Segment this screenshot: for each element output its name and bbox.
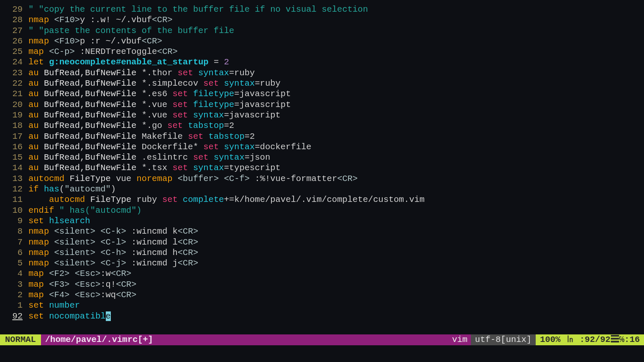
code-content[interactable]: au BufRead,BufNewFile Makefile set tabst… bbox=[28, 131, 644, 142]
line-number: 16 bbox=[6, 142, 23, 152]
code-line[interactable]: 26nmap <F10>p :r ~/.vbuf<CR> bbox=[6, 36, 644, 46]
line-number: 14 bbox=[6, 163, 23, 173]
code-line[interactable]: 17au BufRead,BufNewFile Makefile set tab… bbox=[6, 131, 644, 142]
mode-indicator: NORMAL bbox=[0, 334, 41, 345]
encoding-indicator: utf-8[unix] bbox=[471, 334, 536, 345]
code-line[interactable]: 8nmap <silent> <C-k> :wincmd k<CR> bbox=[6, 226, 644, 237]
code-content[interactable]: map <C-p> :NERDTreeToggle<CR> bbox=[28, 46, 644, 57]
code-line[interactable]: 25map <C-p> :NERDTreeToggle<CR> bbox=[6, 46, 644, 57]
editor-area[interactable]: 29" "copy the current line to the buffer… bbox=[0, 0, 644, 321]
status-line: NORMAL /home/pavel/.vimrc[+] vim utf-8[u… bbox=[0, 334, 644, 345]
code-line[interactable]: 7nmap <silent> <C-l> :wincmd l<CR> bbox=[6, 237, 644, 247]
file-path: /home/pavel/.vimrc[+] bbox=[43, 334, 449, 345]
line-number: 23 bbox=[6, 68, 23, 78]
line-number: 21 bbox=[6, 89, 23, 99]
code-line[interactable]: 18au BufRead,BufNewFile *.go set tabstop… bbox=[6, 120, 644, 131]
code-line[interactable]: 6nmap <silent> <C-h> :wincmd h<CR> bbox=[6, 247, 644, 258]
line-number: 25 bbox=[6, 46, 23, 57]
code-content[interactable]: au BufRead,BufNewFile *.vue set syntax=j… bbox=[28, 110, 644, 120]
code-content[interactable]: set number bbox=[28, 300, 644, 311]
line-number: 13 bbox=[6, 173, 23, 184]
code-line[interactable]: 28nmap <F10>y :.w! ~/.vbuf<CR> bbox=[6, 15, 644, 25]
code-line[interactable]: 23au BufRead,BufNewFile *.thor set synta… bbox=[6, 68, 644, 78]
line-number: 29 bbox=[6, 4, 23, 15]
code-line[interactable]: 13autocmd FileType vue noremap <buffer> … bbox=[6, 173, 644, 184]
line-number: 26 bbox=[6, 36, 23, 46]
code-line[interactable]: 3map <F3> <Esc>:q!<CR> bbox=[6, 279, 644, 290]
line-number: 17 bbox=[6, 131, 23, 142]
filetype-indicator: vim bbox=[449, 334, 471, 345]
line-number: 12 bbox=[6, 184, 23, 194]
code-content[interactable]: au BufRead,BufNewFile *.tsx set syntax=t… bbox=[28, 163, 644, 173]
code-content[interactable]: au BufRead,BufNewFile *.es6 set filetype… bbox=[28, 89, 644, 99]
line-number: 8 bbox=[6, 226, 23, 237]
line-number: 22 bbox=[6, 78, 23, 89]
line-number: 9 bbox=[6, 216, 23, 226]
code-content[interactable]: nmap <F10>p :r ~/.vbuf<CR> bbox=[28, 36, 644, 46]
line-number: 7 bbox=[6, 237, 23, 247]
code-line[interactable]: 10endif " has("autocmd") bbox=[6, 205, 644, 216]
line-number: 1 bbox=[6, 300, 23, 311]
line-number: 24 bbox=[6, 57, 23, 67]
code-line[interactable]: 9set hlsearch bbox=[6, 216, 644, 226]
code-line[interactable]: 14au BufRead,BufNewFile *.tsx set syntax… bbox=[6, 163, 644, 173]
code-content[interactable]: au BufRead,BufNewFile *.simplecov set sy… bbox=[28, 78, 644, 89]
code-line[interactable]: 27" "paste the contents of the buffer fi… bbox=[6, 25, 644, 36]
code-line[interactable]: 16au BufRead,BufNewFile Dockerfile* set … bbox=[6, 142, 644, 152]
code-content[interactable]: " "paste the contents of the buffer file bbox=[28, 25, 644, 36]
code-line[interactable]: 5nmap <silent> <C-j> :wincmd j<CR> bbox=[6, 258, 644, 268]
code-content[interactable]: if has("autocmd") bbox=[28, 184, 644, 194]
code-line[interactable]: 11 autocmd FileType ruby set complete+=k… bbox=[6, 194, 644, 205]
code-line[interactable]: 29" "copy the current line to the buffer… bbox=[6, 4, 644, 15]
code-content[interactable]: map <F2> <Esc>:w<CR> bbox=[28, 268, 644, 279]
code-content[interactable]: au BufRead,BufNewFile *.thor set syntax=… bbox=[28, 68, 644, 78]
code-line[interactable]: 21au BufRead,BufNewFile *.es6 set filety… bbox=[6, 89, 644, 99]
code-line[interactable]: 2map <F4> <Esc>:wq<CR> bbox=[6, 290, 644, 300]
code-content[interactable]: nmap <F10>y :.w! ~/.vbuf<CR> bbox=[28, 15, 644, 25]
line-number: 5 bbox=[6, 258, 23, 268]
code-content[interactable]: nmap <silent> <C-l> :wincmd l<CR> bbox=[28, 237, 644, 247]
code-content[interactable]: au BufRead,BufNewFile .eslintrc set synt… bbox=[28, 152, 644, 163]
line-number: 27 bbox=[6, 25, 23, 36]
code-line[interactable]: 20au BufRead,BufNewFile *.vue set filety… bbox=[6, 99, 644, 110]
line-number: 6 bbox=[6, 247, 23, 258]
line-number: 3 bbox=[6, 279, 23, 290]
code-content[interactable]: au BufRead,BufNewFile *.vue set filetype… bbox=[28, 99, 644, 110]
code-content[interactable]: au BufRead,BufNewFile Dockerfile* set sy… bbox=[28, 142, 644, 152]
line-number: 11 bbox=[6, 194, 23, 205]
code-content[interactable]: nmap <silent> <C-k> :wincmd k<CR> bbox=[28, 226, 644, 237]
position-indicator: 100% ㏑ :92/92☰℅:16 bbox=[536, 334, 644, 345]
line-number: 92 bbox=[6, 311, 23, 321]
code-content[interactable]: map <F4> <Esc>:wq<CR> bbox=[28, 290, 644, 300]
code-content[interactable]: autocmd FileType vue noremap <buffer> <C… bbox=[28, 173, 644, 184]
code-line[interactable]: 22au BufRead,BufNewFile *.simplecov set … bbox=[6, 78, 644, 89]
line-number: 28 bbox=[6, 15, 23, 25]
code-content[interactable]: set nocompatible bbox=[28, 311, 644, 321]
line-number: 15 bbox=[6, 152, 23, 163]
code-content[interactable]: set hlsearch bbox=[28, 216, 644, 226]
line-number: 18 bbox=[6, 120, 23, 131]
code-content[interactable]: nmap <silent> <C-h> :wincmd h<CR> bbox=[28, 247, 644, 258]
code-content[interactable]: " "copy the current line to the buffer f… bbox=[28, 4, 644, 15]
line-number: 4 bbox=[6, 268, 23, 279]
line-number: 2 bbox=[6, 290, 23, 300]
code-line[interactable]: 19au BufRead,BufNewFile *.vue set syntax… bbox=[6, 110, 644, 120]
code-content[interactable]: au BufRead,BufNewFile *.go set tabstop=2 bbox=[28, 120, 644, 131]
code-content[interactable]: autocmd FileType ruby set complete+=k/ho… bbox=[28, 194, 644, 205]
code-line[interactable]: 12if has("autocmd") bbox=[6, 184, 644, 194]
code-line[interactable]: 24let g:neocomplete#enable_at_startup = … bbox=[6, 57, 644, 67]
code-content[interactable]: let g:neocomplete#enable_at_startup = 2 bbox=[28, 57, 644, 67]
code-line[interactable]: 1set number bbox=[6, 300, 644, 311]
line-number: 10 bbox=[6, 205, 23, 216]
code-line[interactable]: 4map <F2> <Esc>:w<CR> bbox=[6, 268, 644, 279]
code-line[interactable]: 15au BufRead,BufNewFile .eslintrc set sy… bbox=[6, 152, 644, 163]
code-content[interactable]: nmap <silent> <C-j> :wincmd j<CR> bbox=[28, 258, 644, 268]
line-number: 19 bbox=[6, 110, 23, 120]
code-content[interactable]: map <F3> <Esc>:q!<CR> bbox=[28, 279, 644, 290]
line-number: 20 bbox=[6, 99, 23, 110]
code-content[interactable]: endif " has("autocmd") bbox=[28, 205, 644, 216]
code-line[interactable]: 92set nocompatible bbox=[6, 311, 644, 321]
